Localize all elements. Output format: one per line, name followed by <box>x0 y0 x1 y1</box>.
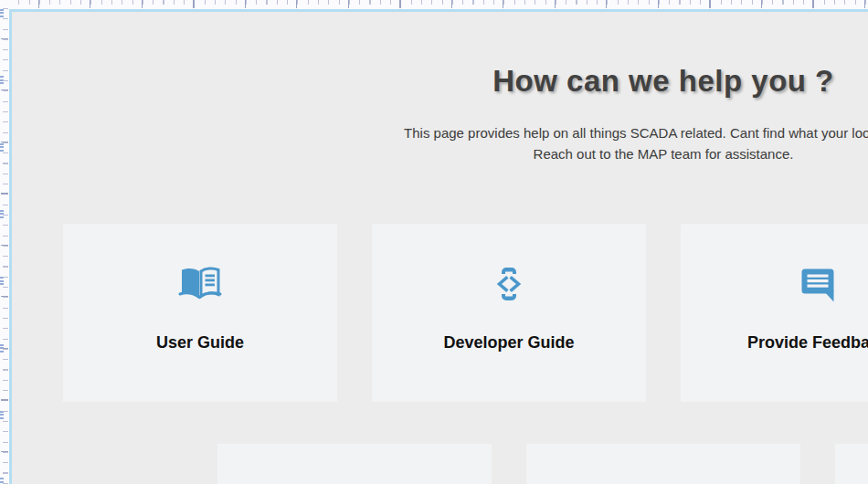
open-book-icon <box>178 266 222 302</box>
designer-stage: How can we help you ? This page provides… <box>0 0 868 484</box>
card-provide-feedback[interactable]: Provide Feedback <box>681 224 868 402</box>
page-canvas: How can we help you ? This page provides… <box>12 12 868 484</box>
card-developer-guide[interactable]: Developer Guide <box>372 224 646 402</box>
card-user-guide[interactable]: User Guide <box>63 224 337 402</box>
left-ruler <box>0 0 9 484</box>
card-partial-1[interactable] <box>217 444 492 484</box>
subtitle-line-1: This page provides help on all things SC… <box>13 122 868 143</box>
help-card-row-top: User Guide Developer Guide <box>63 224 868 402</box>
help-page: How can we help you ? This page provides… <box>13 13 868 484</box>
hero-section: How can we help you ? <box>13 63 868 100</box>
horizontal-guide-line <box>0 9 868 12</box>
help-card-row-bottom <box>217 444 868 484</box>
card-partial-2[interactable] <box>526 444 800 484</box>
card-label: User Guide <box>63 333 337 352</box>
top-ruler <box>0 0 868 9</box>
card-partial-3[interactable] <box>835 444 868 484</box>
page-subtitle: This page provides help on all things SC… <box>13 122 868 164</box>
subtitle-line-2: Reach out to the MAP team for assistance… <box>13 143 868 164</box>
card-label: Provide Feedback <box>681 333 868 352</box>
feedback-chat-icon <box>796 266 840 302</box>
vertical-guide-line <box>9 0 12 484</box>
developer-code-icon <box>487 266 531 302</box>
page-title: How can we help you ? <box>13 63 868 100</box>
card-label: Developer Guide <box>372 333 646 352</box>
